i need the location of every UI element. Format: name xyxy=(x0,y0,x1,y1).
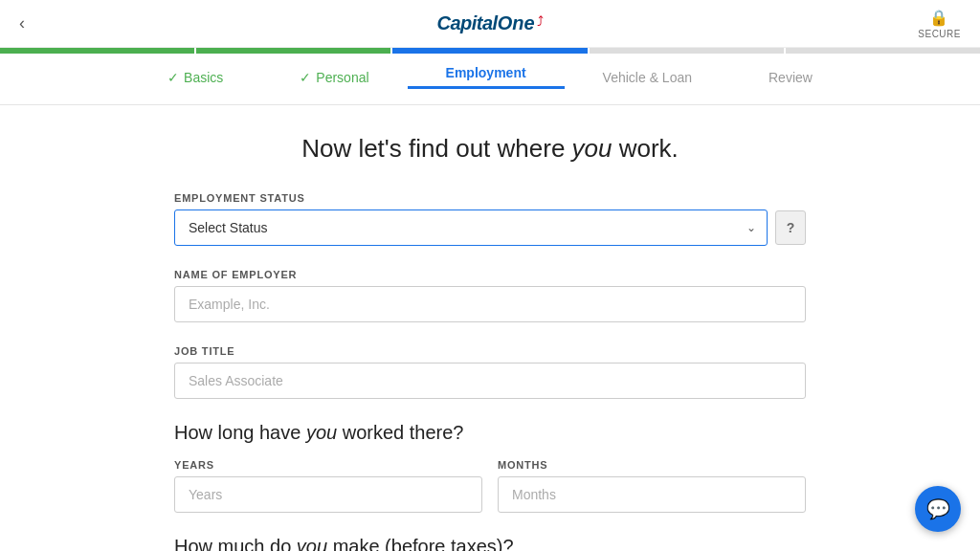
income-section: How much do you make (before taxes)? ANN… xyxy=(174,536,806,551)
progress-segment-4 xyxy=(590,48,784,54)
employer-input[interactable] xyxy=(174,286,806,322)
step-vehicle-loan[interactable]: Vehicle & Loan xyxy=(565,70,730,85)
back-button[interactable]: ‹ xyxy=(19,13,25,33)
months-input[interactable] xyxy=(498,476,806,513)
employer-label: NAME OF EMPLOYER xyxy=(174,269,806,280)
progress-segment-2 xyxy=(196,48,390,54)
step-basics-label: Basics xyxy=(184,70,223,85)
step-vehicle-loan-label: Vehicle & Loan xyxy=(603,70,692,85)
step-employment[interactable]: Employment xyxy=(408,65,565,89)
years-months-row: YEARS MONTHS xyxy=(174,459,806,513)
progress-segment-5 xyxy=(786,48,980,54)
main-content: Now let's find out where you work. EMPLO… xyxy=(155,105,825,551)
page-title: Now let's find out where you work. xyxy=(174,134,806,164)
job-title-label: JOB TITLE xyxy=(174,345,806,357)
employment-status-row: Select Status Employed Full-Time Employe… xyxy=(174,209,806,246)
employment-status-label: EMPLOYMENT STATUS xyxy=(174,192,806,204)
lock-icon: 🔒 xyxy=(929,9,949,27)
progress-segment-1 xyxy=(0,48,194,54)
employment-status-wrapper: Select Status Employed Full-Time Employe… xyxy=(174,209,768,246)
years-input[interactable] xyxy=(174,476,482,513)
check-icon-basics: ✓ xyxy=(167,70,179,85)
months-label: MONTHS xyxy=(498,459,806,471)
job-title-input[interactable] xyxy=(174,363,806,399)
logo-swoosh: ⤴ xyxy=(537,13,544,29)
secure-badge: 🔒 SECURE xyxy=(918,9,961,39)
employment-status-select[interactable]: Select Status Employed Full-Time Employe… xyxy=(174,209,768,246)
months-field: MONTHS xyxy=(498,459,806,513)
employment-status-help-button[interactable]: ? xyxy=(775,210,806,245)
how-long-title: How long have you worked there? xyxy=(174,422,806,444)
step-personal[interactable]: ✓ Personal xyxy=(261,70,407,85)
steps-nav: ✓ Basics ✓ Personal Employment Vehicle &… xyxy=(0,54,980,105)
chat-icon: 💬 xyxy=(926,497,950,520)
logo-one-text: One xyxy=(498,12,535,34)
header: ‹ Capital One ⤴ 🔒 SECURE xyxy=(0,0,980,48)
employer-section: NAME OF EMPLOYER xyxy=(174,269,806,322)
step-review[interactable]: Review xyxy=(730,70,851,85)
progress-segment-3 xyxy=(392,48,587,54)
step-personal-label: Personal xyxy=(316,70,368,85)
step-employment-label: Employment xyxy=(446,65,526,80)
years-field: YEARS xyxy=(174,459,482,513)
chat-widget[interactable]: 💬 xyxy=(915,486,961,532)
income-title: How much do you make (before taxes)? xyxy=(174,536,806,551)
step-basics[interactable]: ✓ Basics xyxy=(129,70,261,85)
how-long-section: How long have you worked there? YEARS MO… xyxy=(174,422,806,513)
job-title-section: JOB TITLE xyxy=(174,345,806,399)
step-review-label: Review xyxy=(768,70,813,85)
logo: Capital One ⤴ xyxy=(436,12,543,34)
logo-capital-text: Capital xyxy=(436,12,497,34)
employment-status-section: EMPLOYMENT STATUS Select Status Employed… xyxy=(174,192,806,246)
secure-label: SECURE xyxy=(918,29,961,39)
progress-bar xyxy=(0,48,980,54)
years-label: YEARS xyxy=(174,459,482,471)
check-icon-personal: ✓ xyxy=(300,70,311,85)
